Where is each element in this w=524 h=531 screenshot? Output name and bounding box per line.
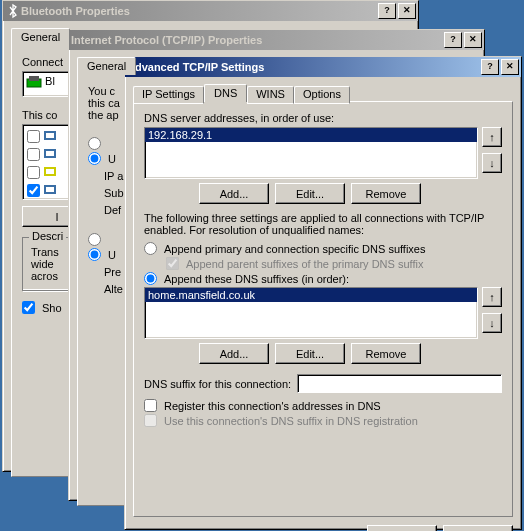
add-dns-button[interactable]: Add... xyxy=(199,183,269,204)
svg-rect-1 xyxy=(29,76,39,81)
tab-ip-settings[interactable]: IP Settings xyxy=(133,86,204,104)
suffix-move-down-button[interactable]: ↓ xyxy=(482,313,502,333)
cb-append-parent xyxy=(166,257,179,270)
edit-dns-button[interactable]: Edit... xyxy=(275,183,345,204)
remove-dns-button[interactable]: Remove xyxy=(351,183,421,204)
radio-label: Append these DNS suffixes (in order): xyxy=(164,273,349,285)
cb-item-2[interactable] xyxy=(27,148,40,161)
net-icon xyxy=(42,128,58,144)
tab-options[interactable]: Options xyxy=(294,86,350,104)
svg-rect-9 xyxy=(46,187,54,192)
dns-server-entry[interactable]: 192.168.29.1 xyxy=(145,128,477,142)
cb-label: Use this connection's DNS suffix in DNS … xyxy=(164,415,418,427)
help-button[interactable]: ? xyxy=(378,3,396,19)
cb-item-4[interactable] xyxy=(27,184,40,197)
group-title: Descri xyxy=(29,230,66,242)
connection-suffix-label: DNS suffix for this connection: xyxy=(144,378,291,390)
svg-rect-3 xyxy=(46,133,54,138)
tab-general[interactable]: General xyxy=(11,28,70,46)
cb-label: Register this connection's addresses in … xyxy=(164,400,381,412)
show-checkbox[interactable] xyxy=(22,301,35,314)
show-label: Sho xyxy=(42,302,62,314)
advanced-tcpip-window: Advanced TCP/IP Settings ? ✕ IP Settings… xyxy=(124,56,522,530)
help-button[interactable]: ? xyxy=(481,59,499,75)
cb-register-dns[interactable] xyxy=(144,399,157,412)
connection-suffix-input[interactable] xyxy=(297,374,502,393)
radio-append-primary[interactable] xyxy=(144,242,157,255)
move-down-button[interactable]: ↓ xyxy=(482,153,502,173)
cb-use-suffix xyxy=(144,414,157,427)
radio-auto-dns[interactable] xyxy=(88,233,101,246)
svg-rect-5 xyxy=(46,151,54,156)
close-button[interactable]: ✕ xyxy=(398,3,416,19)
three-settings-label: The following three settings are applied… xyxy=(144,212,502,236)
help-button[interactable]: ? xyxy=(444,32,462,48)
cb-label: Append parent suffixes of the primary DN… xyxy=(186,258,423,270)
net-icon xyxy=(42,164,58,180)
cb-item-3[interactable] xyxy=(27,166,40,179)
suffix-move-up-button[interactable]: ↑ xyxy=(482,287,502,307)
tab-general[interactable]: General xyxy=(77,57,136,75)
radio-manual-ip[interactable] xyxy=(88,152,101,165)
net-icon xyxy=(42,182,58,198)
move-up-button[interactable]: ↑ xyxy=(482,127,502,147)
radio-append-these[interactable] xyxy=(144,272,157,285)
net-icon xyxy=(42,146,58,162)
window-title: Bluetooth Properties xyxy=(21,5,130,17)
dns-suffix-entry[interactable]: home.mansfield.co.uk xyxy=(145,288,477,302)
ok-button[interactable]: OK xyxy=(367,525,437,531)
bt-icon xyxy=(5,3,21,19)
edit-suffix-button[interactable]: Edit... xyxy=(275,343,345,364)
tab-wins[interactable]: WINS xyxy=(247,86,294,104)
close-button[interactable]: ✕ xyxy=(464,32,482,48)
cancel-button[interactable]: Cancel xyxy=(443,525,513,531)
nic-icon xyxy=(26,74,42,90)
tab-dns[interactable]: DNS xyxy=(204,84,247,102)
add-suffix-button[interactable]: Add... xyxy=(199,343,269,364)
cb-item-1[interactable] xyxy=(27,130,40,143)
radio-auto-ip[interactable] xyxy=(88,137,101,150)
radio-manual-dns[interactable] xyxy=(88,248,101,261)
dns-servers-label: DNS server addresses, in order of use: xyxy=(144,112,502,124)
dns-suffix-list[interactable]: home.mansfield.co.uk xyxy=(144,287,478,339)
adapter-label: Bl xyxy=(45,75,55,87)
titlebar[interactable]: Bluetooth Properties ? ✕ xyxy=(3,1,418,21)
radio-label: Append primary and connection specific D… xyxy=(164,243,426,255)
dns-servers-list[interactable]: 192.168.29.1 xyxy=(144,127,478,179)
svg-rect-7 xyxy=(46,169,54,174)
remove-suffix-button[interactable]: Remove xyxy=(351,343,421,364)
close-button[interactable]: ✕ xyxy=(501,59,519,75)
